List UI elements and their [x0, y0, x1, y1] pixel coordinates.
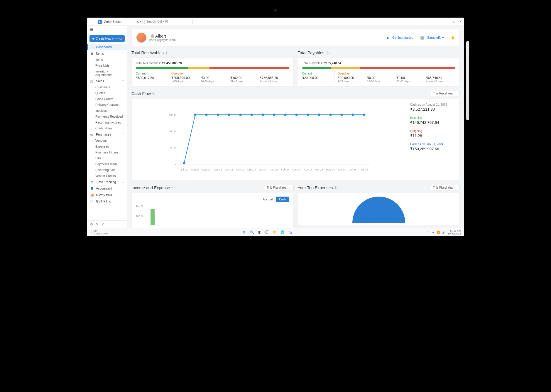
nav-payments-made[interactable]: Payments Made	[87, 161, 127, 167]
edge-icon[interactable]: 🌐	[280, 230, 285, 235]
taskbar-clock[interactable]: 11:11 AM 10/27/2022	[448, 229, 461, 235]
svg-point-15	[295, 114, 298, 116]
nav-recurring-invoices[interactable]: Recurring Invoices	[87, 119, 127, 125]
feedback-icon[interactable]: ✎	[96, 222, 99, 226]
svg-point-10	[239, 114, 242, 116]
cash-toggle[interactable]: Cash	[276, 197, 289, 202]
nav-eway-bills[interactable]: 🚚 e-Way Bills	[87, 192, 127, 198]
nav-bills[interactable]: Bills	[87, 155, 127, 161]
search-input[interactable]	[144, 19, 193, 24]
tray-chevron-icon[interactable]: ⌃	[427, 231, 429, 234]
svg-point-6	[194, 114, 197, 116]
nav-recurring-bills[interactable]: Recurring Bills	[87, 167, 127, 173]
main-content: Hi! Albert patricia@zylker.com ▶ Getting…	[127, 26, 464, 228]
more-icon[interactable]: ⋯	[107, 222, 110, 226]
box-icon: ▣	[90, 52, 94, 55]
nav-time-tracking[interactable]: ◷ Time Tracking ⌄	[87, 179, 127, 185]
search-taskbar-icon[interactable]: 🔍	[249, 230, 255, 235]
app-screen: ← B Zoho Books Q ▾ — □ ✕ ☰ ⊕ Create New	[87, 18, 464, 236]
close-button[interactable]: ✕	[459, 20, 462, 23]
task-view-icon[interactable]: ◧	[257, 230, 262, 235]
greeting-email: patricia@zylker.com	[149, 38, 176, 42]
info-icon[interactable]: i	[152, 92, 155, 95]
cashflow-range-selector[interactable]: This Fiscal Year⌄	[430, 91, 460, 96]
svg-text:50 M: 50 M	[170, 146, 176, 149]
svg-point-19	[341, 114, 343, 116]
info-icon[interactable]: i	[171, 186, 175, 189]
minimize-button[interactable]: —	[446, 20, 449, 23]
chevron-up-icon: ⌃	[122, 80, 124, 82]
svg-point-20	[352, 114, 354, 116]
chat-icon[interactable]: 💬	[265, 230, 270, 235]
expenses-range-selector[interactable]: This Fiscal Year⌄	[430, 185, 460, 190]
nav-gst-filing[interactable]: 📄 GST Filing	[87, 198, 127, 205]
nav-items[interactable]: ▣ Items ⌃	[87, 50, 127, 57]
svg-text:Nov-23: Nov-23	[236, 168, 245, 171]
expense-donut-chart	[352, 197, 405, 223]
search-scope-dropdown[interactable]: Q ▾	[136, 19, 143, 24]
nav-items-sub[interactable]: Items	[87, 57, 127, 62]
nav-quotes[interactable]: Quotes	[87, 90, 127, 96]
info-icon[interactable]: i	[326, 51, 329, 55]
svg-text:Aug-23: Aug-23	[191, 168, 200, 171]
svg-text:0: 0	[175, 162, 176, 165]
income-expense-title: Income and Expense i	[131, 185, 175, 190]
nav-vendors[interactable]: Vendors	[87, 138, 127, 143]
gear-icon[interactable]: ⚙	[90, 222, 93, 226]
nav-sales[interactable]: 🛒 Sales ⌃	[87, 78, 127, 84]
top-expenses-card	[298, 193, 460, 225]
nav-purchases[interactable]: 🛍 Purchases ⌃	[87, 131, 127, 138]
sidebar-footer: ⚙ ✎ ⤢ ⋯	[87, 220, 127, 228]
plus-icon: ⊕	[92, 37, 94, 40]
maximize-button[interactable]: □	[453, 20, 455, 23]
wifi-icon[interactable]: 📶	[437, 231, 440, 234]
org-selector[interactable]: SampleIN ▾	[427, 36, 444, 40]
volume-icon[interactable]: 🔊	[442, 231, 445, 234]
cashflow-stats: Cash as on August 01, 2023 ₹3,527,211.30…	[405, 103, 455, 176]
taskbar-weather[interactable]: ☀ 68°F Mostly Sunny	[90, 229, 108, 235]
chevron-down-icon: ⌄	[122, 187, 124, 190]
chevron-down-icon: ⌄	[122, 180, 124, 183]
svg-point-14	[284, 114, 287, 116]
nav-accountant[interactable]: 👤 Accountant ⌄	[87, 185, 127, 192]
info-icon[interactable]: i	[334, 186, 337, 189]
nav-price-lists[interactable]: Price Lists	[87, 62, 127, 68]
hamburger-menu-icon[interactable]: ☰	[87, 26, 127, 33]
nav-vendor-credits[interactable]: Vendor Credits	[87, 173, 127, 179]
svg-text:May-24: May-24	[326, 168, 335, 171]
create-new-button[interactable]: ⊕ Create New (Ctrl + Q)	[89, 35, 125, 42]
expand-icon[interactable]: ⤢	[102, 222, 104, 226]
income-range-selector[interactable]: This Fiscal Year⌄	[264, 185, 294, 190]
nav-sales-orders[interactable]: Sales Orders	[87, 96, 127, 102]
file-explorer-icon[interactable]: 📁	[272, 230, 278, 235]
nav-payments-received[interactable]: Payments Received	[87, 114, 127, 119]
accrual-toggle[interactable]: Accrual	[260, 197, 276, 202]
nav-customers[interactable]: Customers	[87, 84, 127, 90]
svg-text:150 M: 150 M	[169, 114, 176, 117]
nav-delivery-challans[interactable]: Delivery Challans	[87, 102, 127, 108]
nav-invoices[interactable]: Invoices	[87, 108, 127, 114]
nav-purchase-orders[interactable]: Purchase Orders	[87, 149, 127, 155]
receivables-bar	[136, 67, 289, 69]
nav-dashboard[interactable]: ⌂ Dashboard	[87, 44, 127, 50]
cashflow-chart-card: 150 M 100 M 50 M 0 Jul-23Aug-23Sep-23Oct…	[131, 99, 460, 181]
svg-point-7	[205, 114, 208, 116]
start-button[interactable]: ⊞	[242, 230, 247, 235]
svg-text:Sep-23: Sep-23	[202, 168, 211, 171]
bell-icon[interactable]: 🔔	[451, 36, 455, 40]
nav-inventory-adj[interactable]: Inventory Adjustments	[87, 68, 127, 78]
play-icon: ▶	[387, 36, 389, 40]
onedrive-icon[interactable]: ☁	[432, 231, 434, 234]
getting-started-link[interactable]: Getting started	[392, 36, 413, 39]
back-button[interactable]: ←	[89, 20, 95, 23]
store-icon[interactable]: 🛍	[288, 230, 293, 235]
nav-expenses[interactable]: Expenses	[87, 143, 127, 149]
nav-credit-notes[interactable]: Credit Notes	[87, 125, 127, 131]
svg-text:Feb-24: Feb-24	[281, 168, 290, 171]
chevron-up-icon: ⌃	[122, 133, 124, 136]
cashflow-title: Cash Flow i	[131, 91, 155, 96]
svg-point-11	[251, 114, 253, 116]
income-expense-card: Accrual Cash 150 M 100 M	[131, 193, 294, 228]
info-icon[interactable]: i	[165, 51, 168, 55]
greeting-card: Hi! Albert patricia@zylker.com ▶ Getting…	[131, 29, 460, 46]
